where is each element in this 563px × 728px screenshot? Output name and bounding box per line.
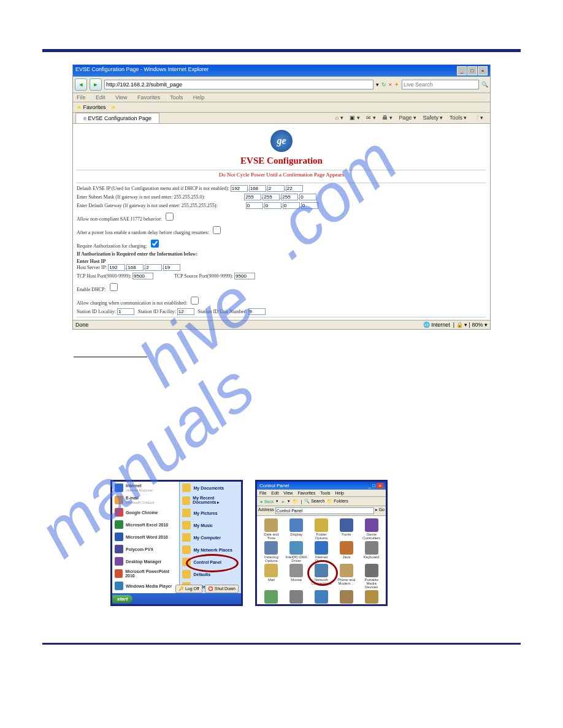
cp-item[interactable]: Date and Time — [259, 518, 283, 540]
search-icon[interactable]: 🔍 — [481, 82, 488, 88]
gateway-input[interactable] — [283, 202, 300, 209]
menu-tools[interactable]: Tools — [170, 94, 183, 100]
startmenu-item[interactable]: My Pictures — [180, 507, 241, 519]
favorites-label[interactable]: Favorites — [83, 104, 106, 110]
sae-checkbox[interactable] — [166, 213, 174, 221]
cp-item[interactable]: Printers and Faxes — [285, 590, 308, 606]
startmenu-item[interactable]: E-mailMicrosoft Outlook — [112, 494, 179, 506]
menu-file[interactable]: File — [77, 94, 86, 100]
forward-icon[interactable]: ► — [281, 499, 285, 504]
menu-edit[interactable]: Edit — [96, 94, 105, 100]
startmenu-item[interactable]: Search — [180, 605, 241, 606]
host-ip-input[interactable] — [163, 264, 180, 271]
cp-item[interactable]: Fonts — [334, 518, 358, 540]
menu-help[interactable]: Help — [335, 491, 344, 495]
start-button[interactable]: start — [112, 595, 132, 603]
dhcp-checkbox[interactable] — [110, 283, 118, 291]
startmenu-item[interactable]: My Documents — [180, 482, 241, 494]
startmenu-item[interactable]: My Recent Documents ▸ — [180, 494, 241, 507]
cp-item[interactable]: Internet Options — [310, 541, 334, 563]
safety-menu[interactable]: Safety ▾ — [423, 115, 443, 121]
menu-favorites[interactable]: Favorites — [137, 94, 160, 100]
cp-item[interactable]: Portable Media Devices — [359, 564, 383, 589]
auth-checkbox[interactable] — [151, 240, 159, 248]
menu-tools[interactable]: Tools — [320, 491, 330, 495]
cp-item[interactable]: Scheduled Tasks — [359, 590, 383, 606]
stop-icon[interactable]: × — [389, 82, 392, 88]
menu-favorites[interactable]: Favorites — [297, 491, 315, 495]
menu-view[interactable]: View — [283, 491, 293, 495]
allow-charge-checkbox[interactable] — [191, 297, 199, 305]
shutdown-button[interactable]: ⭕ Shut Down — [205, 585, 239, 593]
ip-octet-input[interactable] — [267, 185, 285, 192]
subnet-input[interactable] — [281, 194, 298, 200]
refresh-icon[interactable]: ↻ — [381, 82, 386, 88]
go-button[interactable]: ▸ Go — [375, 507, 385, 514]
startmenu-item[interactable]: Google Chrome — [112, 506, 179, 518]
back-button[interactable]: ◄ Back — [259, 499, 274, 504]
cp-address-input[interactable] — [275, 507, 374, 514]
gateway-input[interactable] — [264, 202, 282, 209]
tcp-src-input[interactable] — [234, 273, 255, 279]
search-button[interactable]: 🔍 Search — [304, 499, 324, 504]
subnet-input[interactable] — [299, 194, 316, 200]
startmenu-item[interactable]: InternetInternet Explorer — [112, 482, 179, 494]
tab-active[interactable]: e EVSE Configuration Page — [75, 113, 159, 123]
maximize-icon[interactable]: □ — [467, 66, 477, 75]
menu-help[interactable]: Help — [193, 94, 205, 100]
tools-menu[interactable]: Tools ▾ — [450, 115, 467, 121]
gateway-input[interactable] — [246, 202, 263, 209]
logoff-button[interactable]: 🔑 Log Off — [175, 585, 202, 593]
startmenu-item[interactable]: My Computer — [180, 531, 241, 544]
cp-item[interactable]: Indexing Options — [259, 541, 283, 563]
startmenu-item[interactable]: My Music — [180, 519, 241, 531]
cp-item[interactable]: Folder Options — [310, 518, 334, 540]
star-icon[interactable]: ★ — [111, 104, 116, 110]
minimize-icon[interactable]: _ — [369, 483, 371, 488]
startmenu-item[interactable]: Microsoft Excel 2010 — [112, 518, 179, 531]
minimize-icon[interactable]: _ — [457, 66, 467, 75]
mail-icon[interactable]: ✉ ▾ — [366, 115, 376, 121]
menu-view[interactable]: View — [115, 94, 127, 100]
cp-item[interactable]: Keyboard — [359, 541, 383, 563]
startmenu-item[interactable]: Desktop Manager — [112, 555, 179, 567]
station-locality-input[interactable] — [117, 308, 134, 315]
tcp-host-input[interactable] — [132, 273, 153, 279]
close-icon[interactable]: × — [377, 483, 383, 488]
menu-edit[interactable]: Edit — [271, 491, 278, 495]
host-ip-input[interactable] — [126, 264, 144, 271]
startmenu-item[interactable]: Polycom PVX — [112, 543, 179, 555]
close-icon[interactable]: × — [478, 66, 488, 75]
cp-item[interactable]: Mouse — [285, 564, 308, 589]
delay-checkbox[interactable] — [213, 226, 221, 234]
station-facility-input[interactable] — [177, 308, 194, 315]
cp-item[interactable]: Java — [334, 541, 358, 563]
ip-octet-input[interactable] — [231, 185, 248, 192]
folders-button[interactable]: 📁 Folders — [327, 499, 348, 504]
ip-octet-input[interactable] — [249, 185, 266, 192]
host-ip-input[interactable] — [108, 264, 125, 271]
cp-item[interactable]: Game Controllers — [359, 518, 383, 540]
host-ip-input[interactable] — [145, 264, 162, 271]
cp-item[interactable]: Intel(R) GMA Driver — [285, 541, 308, 563]
station-unit-input[interactable] — [248, 308, 266, 315]
feeds-icon[interactable]: ▣ ▾ — [350, 115, 360, 121]
go-icon[interactable]: ▾ — [376, 82, 379, 88]
cp-item[interactable]: Power Options — [259, 590, 283, 606]
search-input[interactable] — [402, 80, 479, 89]
ip-octet-input[interactable] — [286, 185, 303, 192]
maximize-icon[interactable]: □ — [372, 483, 375, 488]
back-icon[interactable]: ◄ — [75, 78, 87, 91]
help-icon[interactable]: ❔▾ — [473, 115, 483, 121]
up-icon[interactable]: 📁 — [293, 499, 298, 504]
cp-item[interactable]: Scanners and Cameras — [334, 590, 358, 606]
gateway-input[interactable] — [301, 202, 318, 209]
page-menu[interactable]: Page ▾ — [399, 115, 416, 121]
home-icon[interactable]: ⌂ ▾ — [335, 115, 343, 121]
print-icon[interactable]: 🖶 ▾ — [382, 115, 393, 121]
star-icon[interactable]: ★ — [77, 104, 82, 110]
subnet-input[interactable] — [262, 194, 280, 200]
cp-item[interactable]: Display — [285, 518, 308, 540]
startmenu-item[interactable]: Windows Media Player — [112, 580, 179, 592]
address-input[interactable] — [104, 80, 373, 89]
